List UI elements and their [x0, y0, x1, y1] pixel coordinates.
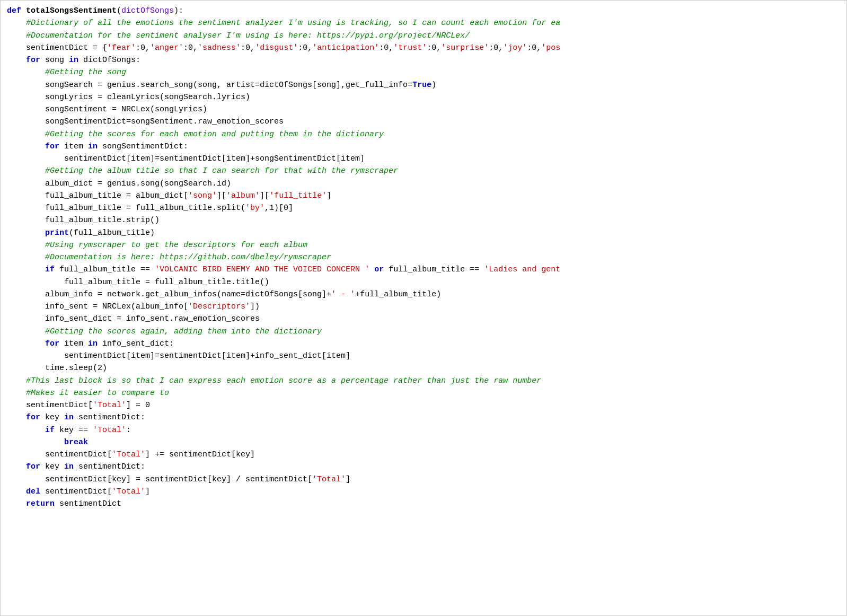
code-token-kw: for — [26, 54, 45, 66]
code-token-kw: in — [88, 140, 102, 153]
code-token-normal — [7, 227, 45, 239]
code-token-normal: sentimentDict[item]=sentimentDict[item]+… — [7, 350, 350, 362]
code-token-normal: album_dict = genius.song(songSearch.id) — [7, 178, 231, 190]
code-editor: def totalSongsSentiment(dictOfSongs): #D… — [0, 0, 847, 616]
code-token-kw: if — [45, 263, 59, 276]
code-line: for item in songSentimentDict: — [1, 140, 846, 153]
code-token-normal: sentimentDict[item]=sentimentDict[item]+… — [7, 153, 365, 165]
code-token-normal: +full_album_title) — [355, 288, 441, 301]
code-token-comment: #Getting the scores again, adding them i… — [7, 325, 322, 338]
code-token-normal: ]) — [250, 301, 260, 313]
code-token-string: 'surprise' — [441, 42, 489, 54]
code-token-string: 'full_title' — [269, 190, 327, 202]
code-token-normal: : — [126, 424, 131, 436]
code-token-normal: songSentiment = NRCLex(songLyrics) — [7, 103, 207, 116]
code-token-string: 'song' — [188, 190, 217, 202]
code-line: for key in sentimentDict: — [1, 461, 846, 473]
code-token-normal: full_album_title = album_dict[ — [7, 190, 188, 202]
code-token-normal: :0, — [241, 42, 255, 54]
code-token-kw: print — [45, 227, 69, 239]
code-token-string: 'Total' — [93, 424, 126, 436]
code-token-normal: ): — [174, 5, 183, 17]
code-token-comment: #Getting the scores for each emotion and… — [7, 128, 384, 140]
code-token-normal — [7, 338, 45, 350]
code-token-normal: full_album_title == — [389, 263, 484, 276]
code-line: info_sent_dict = info_sent.raw_emotion_s… — [1, 313, 846, 325]
code-token-normal: sentimentDict: — [78, 461, 145, 473]
code-token-string: 'joy' — [503, 42, 527, 54]
code-token-normal: key == — [59, 424, 93, 436]
code-token-string: 'by' — [245, 202, 264, 214]
code-token-string: 'anticipation' — [312, 42, 379, 54]
code-line: #Getting the album title so that I can s… — [1, 165, 846, 177]
code-token-normal: dictOfSongs: — [83, 54, 140, 66]
code-token-normal: full_album_title.strip() — [7, 214, 160, 226]
code-token-normal — [7, 54, 26, 66]
code-token-normal: ] = 0 — [126, 399, 150, 411]
code-token-kw: for — [26, 411, 45, 424]
code-line: #Getting the scores for each emotion and… — [1, 128, 846, 140]
code-token-normal: songSearch = genius.search_song(song, ar… — [7, 79, 412, 91]
code-token-normal: songSentimentDict=songSentiment.raw_emot… — [7, 116, 284, 128]
code-line: full_album_title = full_album_title.titl… — [1, 276, 846, 288]
code-token-normal: ][ — [217, 190, 226, 202]
code-token-kw: or — [374, 263, 389, 276]
code-line: #Getting the song — [1, 66, 846, 78]
code-line: sentimentDict['Total'] = 0 — [1, 399, 846, 411]
code-token-comment: #Dictionary of all the emotions the sent… — [7, 17, 560, 29]
code-token-kw: in — [64, 461, 78, 473]
code-token-kw: for — [45, 338, 64, 350]
code-token-normal: info_sent_dict = info_sent.raw_emotion_s… — [7, 313, 260, 325]
code-token-comment: #Getting the song — [7, 66, 126, 78]
code-token-normal: key — [45, 411, 64, 424]
code-token-normal: ][ — [260, 190, 269, 202]
code-token-normal — [7, 411, 26, 424]
code-line: if full_album_title == 'VOLCANIC BIRD EN… — [1, 263, 846, 276]
code-token-comment: #Documentation for the sentiment analyse… — [7, 30, 470, 42]
code-token-normal: :0, — [379, 42, 393, 54]
code-token-normal: item — [64, 338, 88, 350]
code-token-kw: in — [69, 54, 83, 66]
code-token-normal — [7, 461, 26, 473]
code-token-normal: ) — [431, 79, 436, 91]
code-token-normal: full_album_title = full_album_title.titl… — [7, 276, 269, 288]
code-token-normal: :0, — [136, 42, 150, 54]
code-token-normal: songLyrics = cleanLyrics(songSearch.lyri… — [7, 91, 250, 103]
code-token-normal: key — [45, 461, 64, 473]
code-line: #Getting the scores again, adding them i… — [1, 325, 846, 338]
code-token-normal: album_info = network.get_album_infos(nam… — [7, 288, 331, 301]
code-line: songSentiment = NRCLex(songLyrics) — [1, 103, 846, 116]
code-token-kw: for — [45, 140, 64, 153]
code-token-string: 'pos — [541, 42, 560, 54]
code-token-normal: item — [64, 140, 88, 153]
code-token-param: dictOfSongs — [121, 5, 174, 17]
code-line: for song in dictOfSongs: — [1, 54, 846, 66]
code-token-kw: del — [7, 486, 45, 498]
code-token-normal — [7, 436, 64, 448]
code-line: album_info = network.get_album_infos(nam… — [1, 288, 846, 301]
code-token-normal: :0, — [489, 42, 503, 54]
code-line: sentimentDict['Total'] += sentimentDict[… — [1, 448, 846, 461]
code-token-normal — [7, 424, 45, 436]
code-token-normal: :0, — [527, 42, 541, 54]
code-line: songSentimentDict=songSentiment.raw_emot… — [1, 116, 846, 128]
code-token-normal: ] — [346, 473, 350, 486]
code-token-normal: sentimentDict[ — [7, 448, 112, 461]
code-line: full_album_title.strip() — [1, 214, 846, 226]
code-token-string: 'album' — [226, 190, 260, 202]
code-token-normal: time.sleep(2) — [7, 362, 107, 374]
code-token-normal: :0, — [427, 42, 441, 54]
code-token-normal: full_album_title = full_album_title.spli… — [7, 202, 245, 214]
code-line: sentimentDict[item]=sentimentDict[item]+… — [1, 350, 846, 362]
code-line: #Using rymscraper to get the descriptors… — [1, 239, 846, 251]
code-token-string: 'Total' — [112, 448, 145, 461]
code-token-kw: in — [88, 338, 102, 350]
code-token-normal: :0, — [183, 42, 198, 54]
code-token-normal: ] — [145, 486, 150, 498]
code-line: for item in info_sent_dict: — [1, 338, 846, 350]
code-line: print(full_album_title) — [1, 227, 846, 239]
code-token-string: 'Ladies and gent — [484, 263, 560, 276]
code-token-funcname: totalSongsSentiment — [26, 5, 117, 17]
code-token-normal: ] += sentimentDict[key] — [145, 448, 255, 461]
code-token-kw: return — [26, 498, 59, 510]
